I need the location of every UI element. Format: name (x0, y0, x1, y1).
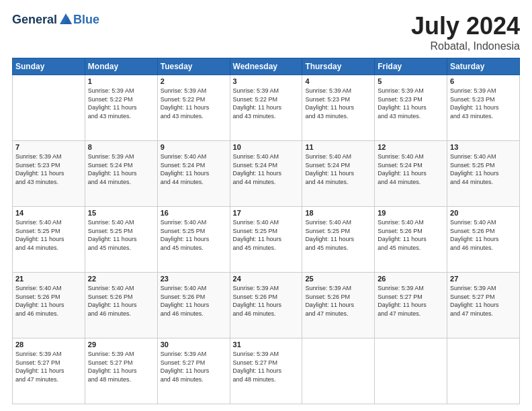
day-number: 8 (88, 143, 154, 151)
day-number: 6 (450, 77, 517, 85)
calendar-cell (13, 75, 85, 141)
cell-content: Sunrise: 5:39 AM Sunset: 5:23 PM Dayligh… (15, 152, 82, 186)
day-number: 18 (305, 209, 371, 217)
day-header-friday: Friday (375, 58, 447, 75)
day-number: 23 (161, 275, 227, 283)
cell-content: Sunrise: 5:39 AM Sunset: 5:26 PM Dayligh… (305, 284, 371, 318)
day-number: 28 (15, 340, 82, 349)
calendar-cell: 13Sunrise: 5:40 AM Sunset: 5:25 PM Dayli… (447, 141, 520, 207)
calendar-cell: 31Sunrise: 5:39 AM Sunset: 5:27 PM Dayli… (230, 338, 302, 404)
calendar-cell: 19Sunrise: 5:40 AM Sunset: 5:26 PM Dayli… (375, 207, 447, 273)
calendar-week-3: 14Sunrise: 5:40 AM Sunset: 5:25 PM Dayli… (13, 207, 520, 273)
calendar-week-5: 28Sunrise: 5:39 AM Sunset: 5:27 PM Dayli… (13, 338, 520, 404)
location: Robatal, Indonesia (411, 40, 520, 52)
cell-content: Sunrise: 5:39 AM Sunset: 5:23 PM Dayligh… (450, 87, 517, 120)
day-number: 19 (378, 209, 444, 217)
cell-content: Sunrise: 5:40 AM Sunset: 5:26 PM Dayligh… (88, 284, 154, 318)
day-number: 11 (305, 143, 371, 151)
cell-content: Sunrise: 5:40 AM Sunset: 5:25 PM Dayligh… (88, 218, 154, 252)
day-number: 17 (233, 209, 300, 217)
cell-content: Sunrise: 5:40 AM Sunset: 5:24 PM Dayligh… (305, 152, 371, 186)
cell-content: Sunrise: 5:40 AM Sunset: 5:26 PM Dayligh… (15, 284, 82, 318)
logo-icon (58, 12, 73, 27)
calendar-week-2: 7Sunrise: 5:39 AM Sunset: 5:23 PM Daylig… (13, 141, 520, 207)
cell-content: Sunrise: 5:39 AM Sunset: 5:23 PM Dayligh… (378, 87, 444, 120)
cell-content: Sunrise: 5:40 AM Sunset: 5:24 PM Dayligh… (233, 152, 300, 186)
day-header-monday: Monday (85, 58, 157, 75)
day-number: 20 (450, 209, 517, 217)
day-number: 3 (233, 77, 300, 85)
day-header-wednesday: Wednesday (230, 58, 302, 75)
calendar-cell: 24Sunrise: 5:39 AM Sunset: 5:26 PM Dayli… (230, 273, 302, 338)
cell-content: Sunrise: 5:39 AM Sunset: 5:27 PM Dayligh… (450, 284, 517, 318)
cell-content: Sunrise: 5:39 AM Sunset: 5:24 PM Dayligh… (88, 152, 154, 186)
calendar-cell: 22Sunrise: 5:40 AM Sunset: 5:26 PM Dayli… (85, 273, 157, 338)
day-header-sunday: Sunday (13, 58, 85, 75)
cell-content: Sunrise: 5:39 AM Sunset: 5:22 PM Dayligh… (161, 87, 227, 120)
cell-content: Sunrise: 5:39 AM Sunset: 5:23 PM Dayligh… (305, 87, 371, 120)
day-number: 27 (450, 275, 517, 283)
cell-content: Sunrise: 5:40 AM Sunset: 5:25 PM Dayligh… (233, 218, 300, 252)
calendar-cell: 26Sunrise: 5:39 AM Sunset: 5:27 PM Dayli… (375, 273, 447, 338)
cell-content: Sunrise: 5:40 AM Sunset: 5:24 PM Dayligh… (378, 152, 444, 186)
calendar-cell: 23Sunrise: 5:40 AM Sunset: 5:26 PM Dayli… (157, 273, 230, 338)
calendar-cell: 9Sunrise: 5:40 AM Sunset: 5:24 PM Daylig… (157, 141, 230, 207)
calendar-cell: 28Sunrise: 5:39 AM Sunset: 5:27 PM Dayli… (13, 338, 85, 404)
day-number: 7 (15, 143, 82, 151)
day-number: 16 (161, 209, 227, 217)
logo: General Blue (12, 12, 99, 27)
day-number: 30 (161, 340, 227, 349)
day-number: 5 (378, 77, 444, 85)
calendar-table: SundayMondayTuesdayWednesdayThursdayFrid… (12, 58, 520, 404)
calendar-cell: 10Sunrise: 5:40 AM Sunset: 5:24 PM Dayli… (230, 141, 302, 207)
calendar-cell: 4Sunrise: 5:39 AM Sunset: 5:23 PM Daylig… (302, 75, 375, 141)
cell-content: Sunrise: 5:40 AM Sunset: 5:25 PM Dayligh… (305, 218, 371, 252)
day-number: 15 (88, 209, 154, 217)
day-number: 14 (15, 209, 82, 217)
day-number: 9 (161, 143, 227, 151)
calendar-cell (375, 338, 447, 404)
calendar-cell: 16Sunrise: 5:40 AM Sunset: 5:25 PM Dayli… (157, 207, 230, 273)
cell-content: Sunrise: 5:39 AM Sunset: 5:27 PM Dayligh… (233, 350, 300, 383)
day-number: 21 (15, 275, 82, 283)
calendar-cell (302, 338, 375, 404)
calendar-cell: 1Sunrise: 5:39 AM Sunset: 5:22 PM Daylig… (85, 75, 157, 141)
day-number: 1 (88, 77, 154, 85)
title-block: July 2024 Robatal, Indonesia (411, 12, 520, 52)
day-header-saturday: Saturday (447, 58, 520, 75)
cell-content: Sunrise: 5:40 AM Sunset: 5:26 PM Dayligh… (450, 218, 517, 252)
calendar-week-4: 21Sunrise: 5:40 AM Sunset: 5:26 PM Dayli… (13, 273, 520, 338)
day-header-thursday: Thursday (302, 58, 375, 75)
day-number: 12 (378, 143, 444, 151)
day-number: 26 (378, 275, 444, 283)
cell-content: Sunrise: 5:39 AM Sunset: 5:27 PM Dayligh… (161, 350, 227, 383)
cell-content: Sunrise: 5:39 AM Sunset: 5:27 PM Dayligh… (88, 350, 154, 383)
calendar-cell: 21Sunrise: 5:40 AM Sunset: 5:26 PM Dayli… (13, 273, 85, 338)
day-number: 13 (450, 143, 517, 151)
day-header-tuesday: Tuesday (157, 58, 230, 75)
day-number: 4 (305, 77, 371, 85)
day-number: 2 (161, 77, 227, 85)
day-number: 24 (233, 275, 300, 283)
day-number: 10 (233, 143, 300, 151)
calendar-cell: 18Sunrise: 5:40 AM Sunset: 5:25 PM Dayli… (302, 207, 375, 273)
cell-content: Sunrise: 5:39 AM Sunset: 5:27 PM Dayligh… (15, 350, 82, 383)
cell-content: Sunrise: 5:40 AM Sunset: 5:25 PM Dayligh… (15, 218, 82, 252)
calendar-cell: 3Sunrise: 5:39 AM Sunset: 5:22 PM Daylig… (230, 75, 302, 141)
cell-content: Sunrise: 5:40 AM Sunset: 5:25 PM Dayligh… (450, 152, 517, 186)
day-number: 31 (233, 340, 300, 349)
calendar-week-1: 1Sunrise: 5:39 AM Sunset: 5:22 PM Daylig… (13, 75, 520, 141)
calendar-cell: 27Sunrise: 5:39 AM Sunset: 5:27 PM Dayli… (447, 273, 520, 338)
logo-general-text: General (12, 13, 57, 27)
calendar-cell: 7Sunrise: 5:39 AM Sunset: 5:23 PM Daylig… (13, 141, 85, 207)
calendar-cell: 11Sunrise: 5:40 AM Sunset: 5:24 PM Dayli… (302, 141, 375, 207)
day-number: 29 (88, 340, 154, 349)
day-number: 22 (88, 275, 154, 283)
calendar-cell: 12Sunrise: 5:40 AM Sunset: 5:24 PM Dayli… (375, 141, 447, 207)
cell-content: Sunrise: 5:39 AM Sunset: 5:27 PM Dayligh… (378, 284, 444, 318)
calendar-cell (447, 338, 520, 404)
calendar-cell: 14Sunrise: 5:40 AM Sunset: 5:25 PM Dayli… (13, 207, 85, 273)
cell-content: Sunrise: 5:40 AM Sunset: 5:25 PM Dayligh… (161, 218, 227, 252)
cell-content: Sunrise: 5:40 AM Sunset: 5:26 PM Dayligh… (378, 218, 444, 252)
day-number: 25 (305, 275, 371, 283)
